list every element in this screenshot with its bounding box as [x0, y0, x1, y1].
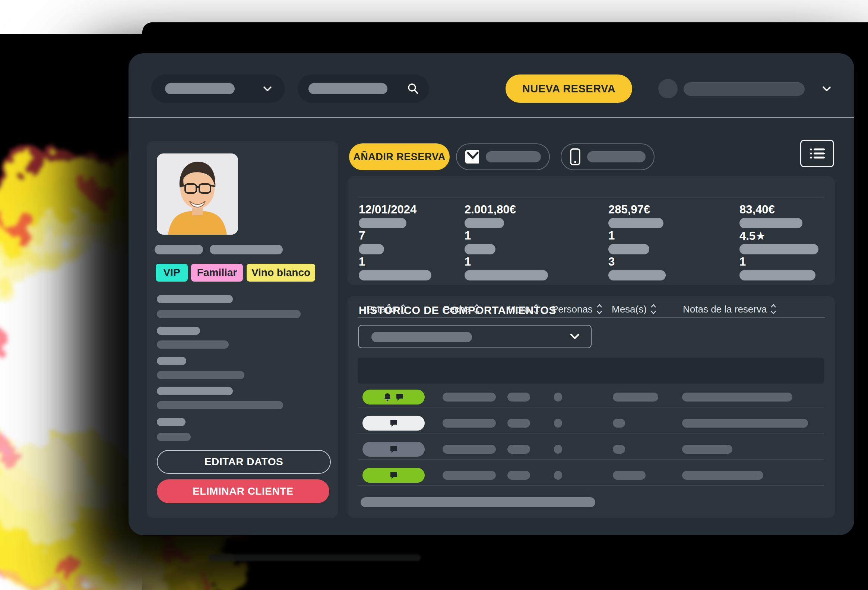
cell-placeholder — [507, 392, 530, 401]
stat-count-5: 1 — [465, 255, 471, 268]
tag-vino-blanco: Vino blanco — [247, 264, 315, 282]
col-label: Estado — [366, 304, 396, 315]
row-divider — [358, 459, 824, 460]
col-header-mesas[interactable]: Mesa(s) — [612, 296, 656, 322]
detail-placeholder — [157, 341, 229, 349]
search-input[interactable] — [298, 74, 429, 103]
col-label: Fecha — [443, 304, 470, 315]
stat-label-placeholder — [359, 270, 431, 280]
pagination-placeholder — [361, 497, 595, 507]
history-filter-select[interactable] — [358, 325, 592, 348]
search-placeholder — [309, 83, 387, 94]
search-icon — [407, 82, 419, 95]
stats-card: 12/01/2024 2.001,80€ 285,97€ 83,40€ 7 1 … — [348, 176, 835, 285]
customer-profile-card: VIP Familiar Vino blanco EDITAR DATOS EL… — [147, 141, 338, 518]
edit-data-button[interactable]: EDITAR DATOS — [157, 450, 331, 474]
filter-dropdown[interactable] — [151, 74, 285, 103]
delete-client-button[interactable]: ELIMINAR CLIENTE — [157, 479, 329, 503]
chevron-down-icon[interactable] — [821, 85, 833, 93]
list-view-button[interactable] — [800, 140, 834, 167]
stat-avg-ticket: 83,40€ — [740, 203, 775, 217]
status-badge — [362, 442, 425, 457]
background-bar-behind — [209, 554, 421, 561]
chat-icon — [389, 419, 398, 428]
col-label: Mesa(s) — [612, 304, 647, 315]
stat-count-6: 3 — [608, 255, 615, 268]
col-label: Notas de la reserva — [683, 304, 767, 315]
chat-icon — [389, 445, 398, 454]
cell-placeholder — [443, 471, 496, 480]
detail-placeholder — [157, 433, 191, 441]
phone-chip[interactable] — [561, 143, 654, 170]
stat-count-7: 1 — [740, 255, 746, 268]
stat-count-4: 1 — [359, 255, 365, 268]
col-label: Personas — [552, 304, 593, 315]
stat-label-placeholder — [740, 270, 815, 280]
new-reservation-button[interactable]: NUEVA RESERVA — [506, 74, 632, 103]
screenshot-stage: NUEVA RESERVA AÑADIR RESERVA — [0, 0, 868, 590]
detail-placeholder — [157, 327, 200, 335]
detail-placeholder — [157, 401, 283, 409]
row-divider — [358, 485, 824, 486]
status-badge — [362, 468, 425, 483]
bell-icon — [383, 392, 391, 401]
col-header-estado[interactable]: Estado — [366, 296, 406, 322]
stat-label-placeholder — [465, 218, 504, 228]
detail-placeholder — [157, 310, 301, 318]
row-divider — [358, 433, 824, 434]
customer-photo-illustration — [157, 153, 238, 235]
stat-label-placeholder — [465, 244, 496, 254]
sort-icon — [651, 304, 656, 315]
cell-placeholder — [554, 445, 562, 454]
cell-placeholder — [613, 392, 658, 401]
detail-placeholder — [157, 371, 244, 379]
chat-icon — [395, 392, 404, 401]
behavior-history-card: HISTÓRICO DE COMPORTAMIENTOS Estado Fech… — [348, 296, 835, 518]
detail-placeholder — [157, 357, 186, 365]
stat-label-placeholder — [465, 270, 548, 280]
col-header-fecha[interactable]: Fecha — [443, 296, 480, 322]
user-avatar[interactable] — [658, 79, 678, 98]
cell-placeholder — [443, 419, 496, 428]
detail-placeholder — [157, 387, 233, 395]
stat-rating: 4.5★ — [740, 229, 766, 243]
col-header-notas[interactable]: Notas de la reserva — [683, 296, 776, 322]
stat-avg-spent: 285,97€ — [608, 203, 650, 217]
chat-icon — [389, 471, 398, 480]
cell-placeholder — [507, 445, 530, 454]
envelope-icon — [465, 149, 479, 164]
stat-count-2: 1 — [465, 229, 471, 242]
chevron-down-icon — [569, 333, 580, 341]
stats-divider — [358, 197, 825, 198]
cell-placeholder — [443, 392, 496, 401]
cell-placeholder — [682, 392, 793, 401]
name-placeholder — [155, 245, 203, 254]
email-placeholder — [486, 151, 541, 162]
col-header-hora[interactable]: Hora — [508, 296, 539, 322]
stat-visits: 7 — [359, 229, 365, 242]
tag-familiar: Familiar — [191, 264, 243, 282]
add-reservation-button[interactable]: AÑADIR RESERVA — [349, 143, 450, 170]
col-label: Hora — [508, 304, 529, 315]
topbar-divider — [128, 117, 854, 118]
cell-placeholder — [554, 471, 562, 480]
detail-placeholder — [157, 295, 233, 303]
sort-icon — [771, 304, 776, 315]
status-badge — [362, 389, 425, 404]
row-divider — [358, 407, 824, 407]
stat-label-placeholder — [608, 244, 650, 254]
cell-placeholder — [554, 392, 562, 401]
email-chip[interactable] — [456, 143, 550, 170]
cell-placeholder — [507, 471, 530, 480]
filter-dropdown-placeholder — [165, 83, 235, 94]
stat-label-placeholder — [740, 218, 802, 228]
list-icon — [809, 147, 826, 160]
app-window: NUEVA RESERVA AÑADIR RESERVA — [128, 53, 854, 535]
status-badge — [362, 416, 425, 431]
user-name-placeholder — [683, 82, 805, 96]
surname-placeholder — [210, 245, 283, 254]
cell-placeholder — [613, 419, 625, 428]
col-header-personas[interactable]: Personas — [552, 296, 602, 322]
sort-icon — [474, 304, 480, 315]
cell-placeholder — [443, 445, 496, 454]
